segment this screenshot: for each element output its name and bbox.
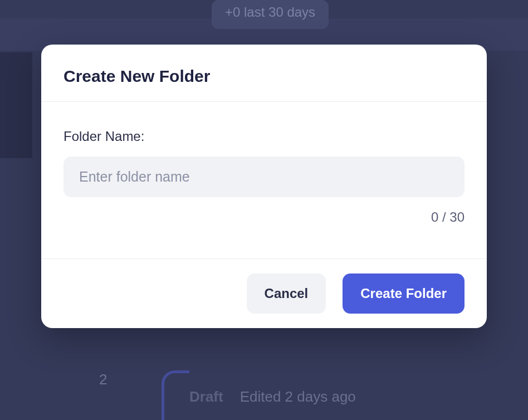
modal-body: Folder Name: 0 / 30 [41,102,487,259]
modal-overlay[interactable]: Create New Folder Folder Name: 0 / 30 Ca… [0,0,528,420]
create-folder-button[interactable]: Create Folder [343,274,465,314]
character-counter: 0 / 30 [63,209,465,225]
modal-footer: Cancel Create Folder [41,259,487,328]
modal-title: Create New Folder [63,67,465,86]
folder-name-label: Folder Name: [63,129,465,144]
modal-header: Create New Folder [41,45,487,102]
create-folder-modal: Create New Folder Folder Name: 0 / 30 Ca… [41,45,487,328]
folder-name-input[interactable] [63,157,465,197]
cancel-button[interactable]: Cancel [247,274,326,314]
